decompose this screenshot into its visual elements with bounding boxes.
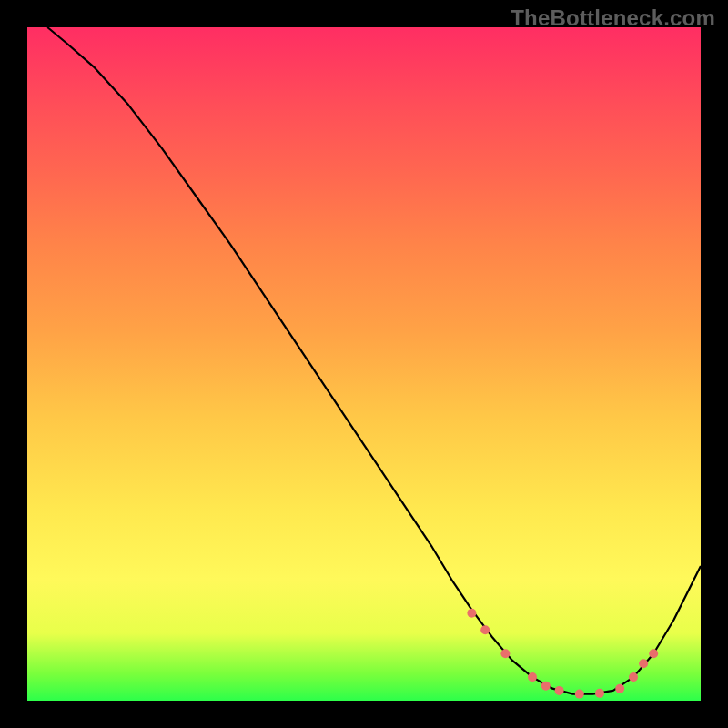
curve-marker (467, 609, 476, 618)
chart-frame: TheBottleneck.com (0, 0, 728, 728)
plot-area (27, 27, 701, 701)
curve-marker (629, 672, 638, 682)
curve-marker (595, 689, 604, 698)
curve-marker (500, 649, 510, 658)
bottleneck-curve (47, 27, 701, 694)
chart-svg (27, 27, 701, 701)
curve-marker (575, 690, 584, 699)
curve-marker (480, 625, 490, 634)
curve-marker (615, 684, 624, 693)
curve-marker (555, 686, 564, 695)
curve-marker (541, 682, 551, 691)
curve-marker (649, 649, 658, 658)
curve-marker (639, 659, 648, 668)
marker-group (467, 609, 658, 699)
curve-marker (528, 672, 537, 682)
